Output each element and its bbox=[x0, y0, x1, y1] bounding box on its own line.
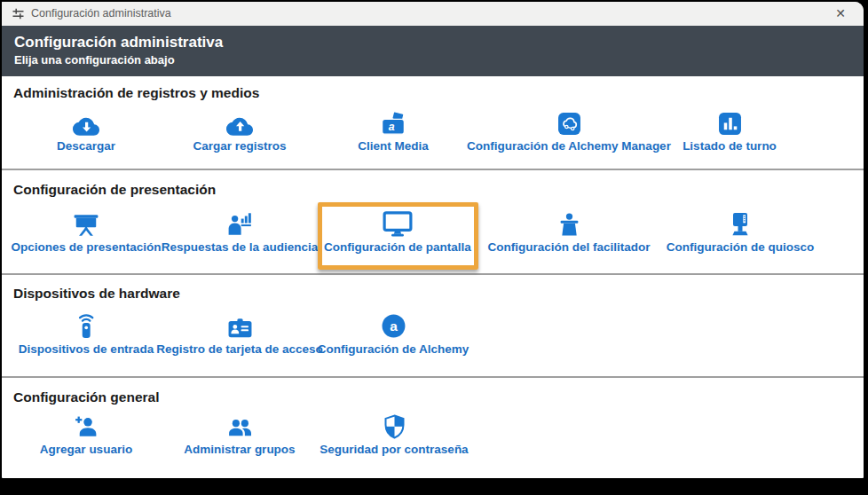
section-title-records-media: Administración de registros y medios bbox=[13, 85, 259, 101]
item-label: Respuestas de la audiencia bbox=[162, 240, 318, 254]
page-title: Configuración administrativa bbox=[14, 33, 864, 52]
item-label: Configuración de Alchemy bbox=[318, 342, 470, 356]
audience-response-icon bbox=[227, 208, 252, 237]
item-label: Dispositivos de entrada bbox=[19, 342, 154, 356]
item-label: Listado de turno bbox=[683, 139, 777, 153]
item-label: Cargar registros bbox=[193, 139, 286, 153]
window-title: Configuración administrativa bbox=[31, 2, 171, 26]
section-title-hardware: Dispositivos de hardware bbox=[13, 286, 180, 302]
projection-screen-icon bbox=[73, 208, 99, 237]
item-configuracion-quiosco[interactable]: Configuración de quiosco bbox=[638, 208, 842, 254]
item-configuracion-pantalla[interactable]: Configuración de pantalla bbox=[296, 208, 500, 254]
shield-icon bbox=[383, 411, 406, 439]
item-label: Configuración de pantalla bbox=[324, 240, 471, 254]
alchemy-logo-icon: a bbox=[381, 310, 406, 339]
titlebar: Configuración administrativa ✕ bbox=[2, 2, 864, 26]
page-subtitle: Elija una configuración abajo bbox=[14, 52, 864, 68]
item-label: Configuración del facilitador bbox=[487, 240, 650, 254]
user-group-icon bbox=[226, 411, 254, 439]
remote-control-icon bbox=[74, 310, 99, 339]
item-listado-de-turno[interactable]: Listado de turno bbox=[627, 107, 832, 153]
svg-text:a: a bbox=[390, 318, 398, 334]
bar-chart-icon bbox=[718, 107, 742, 136]
item-label: Agregar usuario bbox=[40, 443, 132, 456]
item-client-media[interactable]: a Client Media bbox=[291, 107, 495, 153]
item-seguridad-contrasena[interactable]: Seguridad por contraseña bbox=[292, 411, 496, 456]
divider bbox=[2, 273, 864, 275]
admin-config-window: Configuración administrativa ✕ Configura… bbox=[2, 2, 864, 478]
item-configuracion-alchemy[interactable]: a Configuración de Alchemy bbox=[291, 310, 495, 356]
item-label: Descargar bbox=[57, 139, 115, 153]
section-title-presentation: Configuración de presentación bbox=[13, 182, 216, 198]
kiosk-icon bbox=[727, 208, 754, 237]
section-title-general: Configuración general bbox=[13, 389, 160, 405]
cloud-upload-icon bbox=[226, 107, 253, 136]
header-band: Configuración administrativa Elija una c… bbox=[2, 26, 864, 76]
media-wallet-icon: a bbox=[381, 107, 406, 136]
monitor-icon bbox=[383, 208, 413, 237]
podium-icon bbox=[557, 208, 581, 237]
item-label: Client Media bbox=[358, 139, 429, 153]
cloud-network-icon bbox=[557, 107, 581, 136]
divider bbox=[2, 169, 864, 170]
item-label: Administrar grupos bbox=[184, 443, 295, 456]
settings-sliders-icon bbox=[12, 7, 25, 20]
item-label: Configuración de quiosco bbox=[667, 240, 815, 254]
item-label: Seguridad por contraseña bbox=[320, 443, 468, 456]
cloud-download-icon bbox=[73, 107, 99, 136]
add-user-icon bbox=[74, 411, 99, 439]
id-card-icon bbox=[227, 310, 253, 339]
divider bbox=[2, 376, 864, 378]
screenshot-root: Configuración administrativa ✕ Configura… bbox=[0, 0, 868, 495]
close-icon[interactable]: ✕ bbox=[832, 4, 849, 22]
svg-text:a: a bbox=[389, 121, 395, 133]
